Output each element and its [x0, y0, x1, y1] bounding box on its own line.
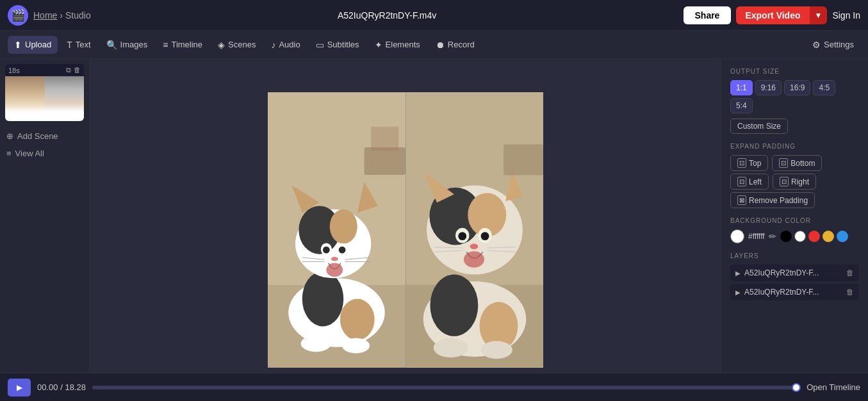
- bg-color-swatch[interactable]: [730, 229, 744, 243]
- toolbar-subtitles[interactable]: ▭ Subtitles: [309, 36, 366, 54]
- padding-left-button[interactable]: ⊡ Left: [730, 174, 769, 190]
- remove-padding-button[interactable]: ⊠ Remove Padding: [730, 192, 815, 208]
- add-scene-label: Add Scene: [17, 131, 58, 141]
- color-swatches: [780, 231, 848, 242]
- cat-svg-right: [406, 92, 543, 368]
- toolbar-record[interactable]: ⏺ Record: [429, 36, 481, 54]
- breadcrumb: Home › Studio: [33, 10, 91, 20]
- size-btn-5-4[interactable]: 5:4: [730, 98, 753, 113]
- scene-thumb-header: 18s ⧉ 🗑: [5, 64, 84, 76]
- total-time: 18.28: [65, 382, 86, 392]
- padding-right-icon: ⊡: [780, 177, 789, 186]
- svg-point-14: [331, 257, 338, 261]
- svg-rect-22: [364, 147, 405, 175]
- remove-padding-icon: ⊠: [737, 195, 746, 205]
- color-swatch-yellow[interactable]: [823, 231, 834, 242]
- progress-bar[interactable]: [92, 386, 800, 389]
- toolbar-audio-label: Audio: [279, 40, 300, 49]
- open-timeline-button[interactable]: Open Timeline: [807, 382, 860, 392]
- color-swatch-white[interactable]: [794, 231, 806, 242]
- padding-bottom-button[interactable]: ⊡ Bottom: [772, 155, 822, 171]
- output-size-title: OUTPUT SIZE: [730, 68, 859, 75]
- size-btn-9-16[interactable]: 9:16: [755, 80, 782, 95]
- toolbar-timeline[interactable]: ≡ Timeline: [156, 36, 209, 54]
- view-all-button[interactable]: ≡ View All: [5, 146, 84, 161]
- svg-point-21: [342, 338, 370, 354]
- color-swatch-red[interactable]: [808, 231, 820, 242]
- layer-1-delete-icon[interactable]: 🗑: [846, 268, 854, 277]
- scene-duplicate-icon[interactable]: ⧉: [66, 66, 71, 74]
- svg-point-13: [338, 247, 345, 254]
- export-dropdown-button[interactable]: ▼: [810, 6, 828, 24]
- custom-size-button[interactable]: Custom Size: [730, 119, 788, 134]
- toolbar-text[interactable]: T Text: [60, 36, 97, 54]
- cat-panel-right: [405, 92, 543, 368]
- breadcrumb-separator: ›: [60, 10, 63, 20]
- padding-top-button[interactable]: ⊡ Top: [730, 155, 768, 171]
- scene-thumbnail[interactable]: 18s ⧉ 🗑: [5, 64, 84, 121]
- size-btn-1-1[interactable]: 1:1: [730, 80, 753, 95]
- layer-2-label: A52IuQRyR2tnDY-F...: [744, 288, 819, 297]
- top-bar-left: 🎬 Home › Studio: [8, 5, 91, 26]
- export-video-button[interactable]: Export Video: [736, 6, 809, 24]
- svg-point-45: [480, 341, 512, 359]
- padding-left-icon: ⊡: [737, 177, 746, 186]
- svg-rect-46: [503, 144, 543, 175]
- padding-buttons-row2: ⊡ Left ⊡ Right: [730, 174, 859, 190]
- scene-delete-icon[interactable]: 🗑: [74, 66, 81, 74]
- svg-point-27: [430, 275, 478, 336]
- padding-buttons-row1: ⊡ Top ⊡ Bottom: [730, 155, 859, 171]
- left-sidebar: 18s ⧉ 🗑 ⊕ Add Scene ≡ View All: [0, 59, 90, 401]
- bottom-bar: ▶ 00.00 / 18.28 Open Timeline: [0, 373, 868, 401]
- padding-bottom-icon: ⊡: [779, 158, 788, 168]
- scenes-icon: ◈: [218, 40, 225, 50]
- color-picker-icon[interactable]: ✏: [769, 231, 776, 241]
- add-scene-icon: ⊕: [6, 131, 13, 141]
- toolbar-upload-label: Upload: [25, 40, 51, 49]
- layers-title: LAYERS: [730, 252, 859, 259]
- padding-top-label: Top: [749, 159, 761, 168]
- breadcrumb-home[interactable]: Home: [33, 10, 57, 20]
- svg-point-36: [458, 232, 466, 240]
- layer-item-1[interactable]: ▶ A52IuQRyR2tnDY-F... 🗑: [730, 265, 859, 281]
- layer-2-delete-icon[interactable]: 🗑: [846, 288, 854, 297]
- toolbar-upload[interactable]: ⬆ Upload: [8, 36, 58, 54]
- svg-point-20: [300, 335, 331, 352]
- svg-point-44: [433, 338, 468, 357]
- padding-right-label: Right: [791, 177, 809, 186]
- padding-left-label: Left: [749, 177, 762, 186]
- toolbar-images-label: Images: [120, 40, 148, 49]
- play-button[interactable]: ▶: [8, 379, 31, 397]
- sign-in-button[interactable]: Sign In: [832, 10, 860, 20]
- toolbar-audio[interactable]: ♪ Audio: [265, 36, 306, 54]
- elements-icon: ✦: [375, 40, 382, 50]
- cat-svg-left: [268, 92, 405, 368]
- canvas-content: [268, 92, 543, 368]
- top-bar-right: Share Export Video ▼ Sign In: [684, 6, 861, 24]
- scene-duration: 18s: [8, 67, 20, 74]
- size-btn-4-5[interactable]: 4:5: [813, 80, 835, 95]
- size-btn-16-9[interactable]: 16:9: [784, 80, 810, 95]
- scene-images: [5, 76, 84, 121]
- add-scene-button[interactable]: ⊕ Add Scene: [5, 129, 84, 143]
- top-bar: 🎬 Home › Studio A52IuQRyR2tnDY-F.m4v Sha…: [0, 0, 868, 31]
- cat-panel-left: [268, 92, 405, 368]
- svg-point-12: [323, 247, 330, 254]
- toolbar-subtitles-label: Subtitles: [327, 40, 359, 49]
- color-swatch-black[interactable]: [780, 231, 792, 242]
- toolbar-scenes[interactable]: ◈ Scenes: [211, 36, 262, 54]
- images-icon: 🔍: [106, 40, 117, 50]
- toolbar-record-label: Record: [448, 40, 475, 49]
- toolbar-settings[interactable]: ⚙ Settings: [806, 36, 860, 54]
- svg-point-37: [480, 232, 489, 240]
- toolbar-elements[interactable]: ✦ Elements: [368, 36, 427, 54]
- share-button[interactable]: Share: [684, 6, 732, 24]
- color-swatch-blue[interactable]: [837, 231, 848, 242]
- toolbar-settings-label: Settings: [824, 40, 854, 49]
- toolbar-images[interactable]: 🔍 Images: [100, 36, 154, 54]
- layers-list: ▶ A52IuQRyR2tnDY-F... 🗑 ▶ A52IuQRyR2tnDY…: [730, 265, 859, 300]
- bg-color-value: #ffffff: [748, 232, 765, 241]
- padding-right-button[interactable]: ⊡ Right: [773, 174, 816, 190]
- layer-item-2[interactable]: ▶ A52IuQRyR2tnDY-F... 🗑: [730, 284, 859, 300]
- progress-handle[interactable]: [792, 383, 801, 392]
